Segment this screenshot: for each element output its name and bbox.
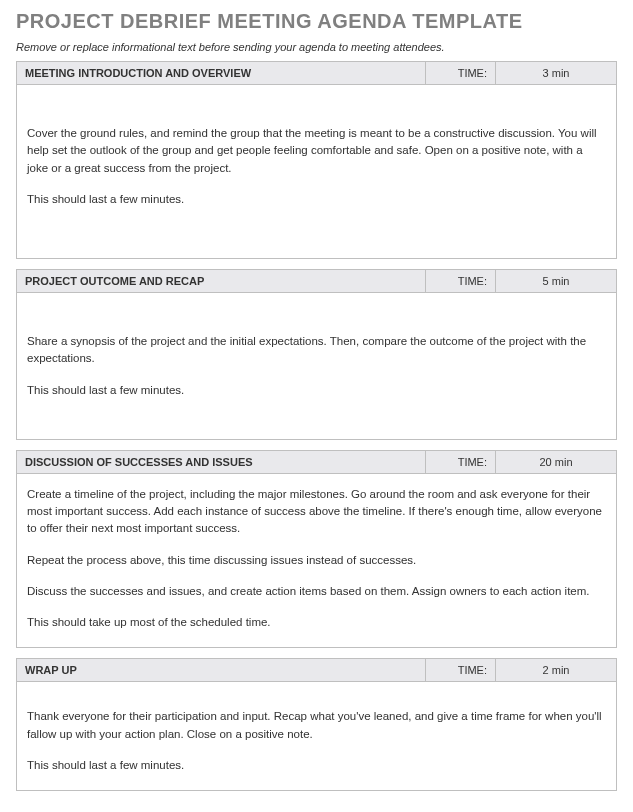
- body-paragraph: Repeat the process above, this time disc…: [27, 552, 606, 569]
- section-body: Thank everyone for their participation a…: [17, 682, 616, 790]
- time-label: TIME:: [426, 62, 496, 84]
- section-wrap-up: WRAP UP TIME: 2 min Thank everyone for t…: [16, 658, 617, 791]
- time-value: 5 min: [496, 270, 616, 292]
- body-paragraph: Share a synopsis of the project and the …: [27, 333, 606, 368]
- body-paragraph: Cover the ground rules, and remind the g…: [27, 125, 606, 177]
- section-body: Share a synopsis of the project and the …: [17, 293, 616, 439]
- body-paragraph: This should last a few minutes.: [27, 757, 606, 774]
- body-paragraph: This should last a few minutes.: [27, 382, 606, 399]
- body-paragraph: Discuss the successes and issues, and cr…: [27, 583, 606, 600]
- time-label: TIME:: [426, 451, 496, 473]
- page-title: PROJECT DEBRIEF MEETING AGENDA TEMPLATE: [16, 10, 617, 33]
- section-title: MEETING INTRODUCTION AND OVERVIEW: [17, 62, 426, 84]
- time-value: 2 min: [496, 659, 616, 681]
- body-paragraph: Create a timeline of the project, includ…: [27, 486, 606, 538]
- section-title: PROJECT OUTCOME AND RECAP: [17, 270, 426, 292]
- time-label: TIME:: [426, 270, 496, 292]
- time-label: TIME:: [426, 659, 496, 681]
- section-body: Create a timeline of the project, includ…: [17, 474, 616, 648]
- section-title: WRAP UP: [17, 659, 426, 681]
- body-paragraph: Thank everyone for their participation a…: [27, 708, 606, 743]
- section-discussion-successes-issues: DISCUSSION OF SUCCESSES AND ISSUES TIME:…: [16, 450, 617, 649]
- time-value: 3 min: [496, 62, 616, 84]
- time-value: 20 min: [496, 451, 616, 473]
- section-meeting-introduction: MEETING INTRODUCTION AND OVERVIEW TIME: …: [16, 61, 617, 259]
- body-paragraph: This should take up most of the schedule…: [27, 614, 606, 631]
- section-title: DISCUSSION OF SUCCESSES AND ISSUES: [17, 451, 426, 473]
- section-header: WRAP UP TIME: 2 min: [17, 659, 616, 682]
- section-project-outcome: PROJECT OUTCOME AND RECAP TIME: 5 min Sh…: [16, 269, 617, 440]
- section-header: DISCUSSION OF SUCCESSES AND ISSUES TIME:…: [17, 451, 616, 474]
- section-header: MEETING INTRODUCTION AND OVERVIEW TIME: …: [17, 62, 616, 85]
- section-body: Cover the ground rules, and remind the g…: [17, 85, 616, 258]
- intro-text: Remove or replace informational text bef…: [16, 41, 617, 53]
- body-paragraph: This should last a few minutes.: [27, 191, 606, 208]
- section-header: PROJECT OUTCOME AND RECAP TIME: 5 min: [17, 270, 616, 293]
